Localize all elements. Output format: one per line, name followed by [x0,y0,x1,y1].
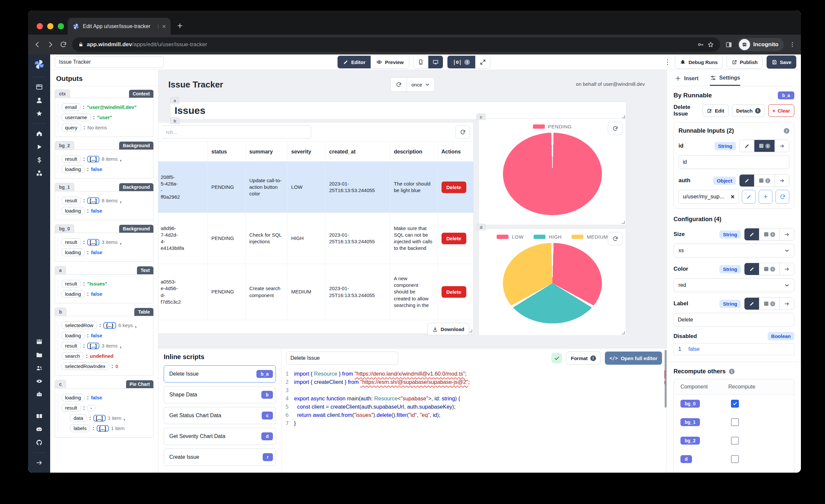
reload-icon[interactable] [60,41,67,48]
recompute-checkbox[interactable] [731,437,739,445]
output-key[interactable]: labels [70,424,90,432]
eval-mode-button[interactable] [774,140,789,152]
zoom-window-button[interactable] [58,23,64,29]
color-select[interactable]: red [674,278,794,292]
component-badge[interactable]: d [680,455,692,463]
output-entry[interactable]: result:[...]3 items, [61,342,150,350]
fullscreen-button[interactable] [475,56,490,68]
code-area[interactable]: 1import { Resource } from "https://deno.… [282,368,667,473]
output-key[interactable]: loading [61,290,84,298]
text-component[interactable]: Issues [170,102,626,120]
code-line[interactable]: 4export async function main(auth: Resour… [282,394,667,403]
delete-row-button[interactable]: Delete [442,182,466,193]
output-key[interactable]: loading [61,248,84,256]
connect-mode-button[interactable]: i [759,228,779,240]
output-key[interactable]: result [61,280,81,287]
output-entry[interactable]: result:[...]8 items, [61,197,150,204]
collapsed-value-box[interactable]: {...} [103,322,116,329]
size-select[interactable]: xs [674,243,794,258]
new-tab-button[interactable]: + [177,20,182,31]
browser-tab[interactable]: Edit App u/user/issue-tracker | × [68,18,171,34]
recompute-checkbox[interactable] [731,455,739,463]
component-chip-b[interactable]: b [170,118,179,124]
refresh-icon[interactable] [391,78,406,91]
output-key[interactable]: data [70,414,87,422]
output-key[interactable]: result [61,342,81,350]
collapsed-value-box[interactable]: [...] [87,197,99,204]
eye-icon[interactable] [35,378,43,385]
legend-item[interactable]: MEDIUM [572,234,608,240]
output-key[interactable]: query [61,124,81,131]
github-icon[interactable] [35,439,43,446]
schedule-dropdown[interactable]: once [406,78,435,91]
side-panel-icon[interactable] [725,41,732,48]
output-key[interactable]: loading [61,207,84,215]
io-inspector-button[interactable]: |o|i [447,56,475,68]
edit-script-button[interactable]: Edit [702,104,728,117]
more-options-icon[interactable]: ⋮ [664,60,671,64]
inline-script-item[interactable]: Create Issuer [164,448,276,466]
app-name-input[interactable]: Issue Tracker [55,56,164,68]
clear-resource-icon[interactable]: × [731,193,735,201]
table-search-input[interactable]: rch... [162,126,311,139]
recompute-checkbox[interactable] [731,400,739,408]
table-row[interactable]: 208f5-5-428a--ff0a2962PENDINGUpdate call… [158,162,473,213]
code-line[interactable]: 6 return await client.from("issues").del… [282,411,667,419]
table-row[interactable]: a0553-e-4d56-d-f7d5c3c2PENDINGCreate sea… [158,264,473,320]
output-entry[interactable]: result:"Issues" [61,280,150,287]
output-id-chip[interactable]: c [55,380,66,388]
code-line[interactable]: 7} [282,419,667,427]
output-key[interactable]: loading [61,332,84,339]
component-chip-c[interactable]: c [476,114,485,120]
legend-item[interactable]: PENDING [533,124,572,129]
close-window-button[interactable] [36,23,43,29]
component-chip-d[interactable]: d [476,224,486,230]
output-entry[interactable]: loading:false [61,248,150,256]
auth-resource-input[interactable]: u/user/my_sup... × [678,190,739,204]
inline-script-item[interactable]: Get Severity Chart Datad [164,428,276,445]
refresh-resource-button[interactable] [775,190,790,204]
mobile-view-button[interactable] [414,56,428,68]
publish-button[interactable]: Publish [727,56,763,69]
download-button[interactable]: Download [427,323,469,335]
output-entry[interactable]: labels:[...]1 item [70,424,150,432]
recompute-checkbox[interactable] [731,418,739,426]
collapsed-value-box[interactable]: - [87,405,95,411]
browser-menu-icon[interactable] [789,41,796,48]
add-resource-button[interactable]: + [759,190,772,204]
connect-mode-button[interactable]: i [759,263,779,275]
collapsed-value-box[interactable]: [...] [87,239,99,245]
folder-icon[interactable] [35,351,43,358]
disabled-code-input[interactable]: 1 false [674,343,794,355]
delete-row-button[interactable]: Delete [442,286,466,298]
bookmark-star-icon[interactable] [707,41,714,48]
output-id-chip[interactable]: bg_0 [55,224,74,233]
output-id-chip[interactable]: bg_1 [55,183,74,191]
detach-button[interactable]: Detachi [732,104,765,117]
legend-item[interactable]: HIGH [534,234,562,240]
output-id-chip[interactable]: ctx [55,89,70,98]
star-icon[interactable] [35,110,43,117]
static-mode-button[interactable] [745,228,759,240]
minimize-window-button[interactable] [47,23,54,29]
static-mode-button[interactable] [740,174,754,187]
output-entry[interactable]: result:[...]3 items, [61,238,150,246]
robot-icon[interactable] [35,391,43,398]
pie-refresh-button[interactable] [608,232,622,245]
code-line[interactable]: 2import { createClient } from "https://e… [282,378,667,386]
output-key[interactable]: search [61,352,83,360]
key-icon[interactable] [697,41,704,48]
boxes-icon[interactable] [35,170,43,177]
open-full-editor-button[interactable]: </>Open full editor [605,352,662,365]
output-entry[interactable]: loading:false [61,332,150,339]
collapsed-value-box[interactable]: [...] [93,415,105,422]
save-button[interactable]: Save [767,56,796,69]
connect-mode-button[interactable]: i [754,174,774,187]
eval-mode-button[interactable] [779,263,794,275]
arrow-right-icon[interactable] [35,459,43,466]
collapsed-value-box[interactable]: [...] [87,156,99,162]
collapsed-value-box[interactable]: [...] [87,343,99,349]
output-entry[interactable]: email:"user@windmill.dev" [61,103,150,111]
forward-icon[interactable] [47,41,55,49]
dollar-icon[interactable] [35,156,43,164]
